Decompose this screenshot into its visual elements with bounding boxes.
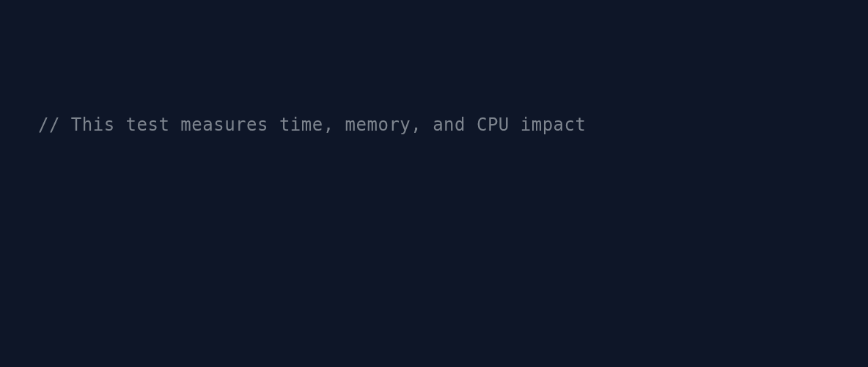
comment-text: // This test measures time, memory, and … <box>38 115 586 135</box>
code-editor: // This test measures time, memory, and … <box>0 0 868 367</box>
code-line-blank <box>0 246 868 280</box>
code-line-comment: // This test measures time, memory, and … <box>0 108 868 142</box>
